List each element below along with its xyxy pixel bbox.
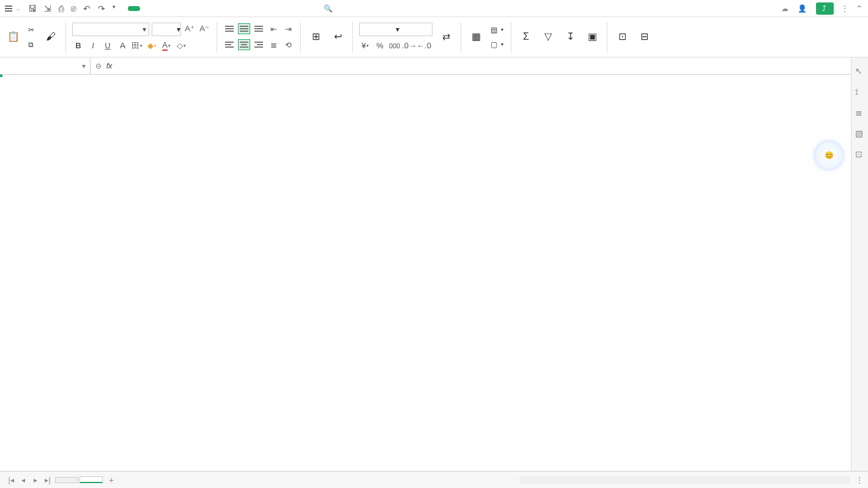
chevron-down-icon[interactable]: ▾ xyxy=(177,25,180,34)
undo-icon[interactable]: ↶ xyxy=(83,4,91,13)
cell-button[interactable]: ⊡ xyxy=(614,29,631,45)
font-size-input[interactable] xyxy=(152,25,177,34)
sort-button[interactable]: ↧ xyxy=(562,29,579,45)
filter-icon: ▽ xyxy=(542,31,554,43)
tab-formula[interactable] xyxy=(193,6,202,11)
tab-member[interactable] xyxy=(297,6,306,11)
font-size-combo[interactable]: ▾ xyxy=(152,23,181,36)
formula-input[interactable] xyxy=(117,62,868,70)
orientation-icon[interactable]: ⟲ xyxy=(282,39,294,51)
copy-button[interactable]: ⧉ xyxy=(27,39,37,50)
tab-review[interactable] xyxy=(234,6,244,11)
fill-color-icon[interactable]: ◆ xyxy=(146,40,158,52)
conditional-format-button[interactable]: ▦ xyxy=(467,29,484,45)
export-icon[interactable]: ⇲ xyxy=(44,4,51,13)
cancel-formula-icon[interactable]: ⊖ xyxy=(95,62,102,70)
rowcol-button[interactable]: ⊟ xyxy=(636,29,653,45)
rowcol-icon: ⊟ xyxy=(638,31,650,43)
highlight-icon[interactable]: ◇ xyxy=(175,40,187,52)
sheet-nav-last-icon[interactable]: ▸| xyxy=(42,476,54,484)
sum-button[interactable]: Σ xyxy=(517,29,535,45)
chevron-down-icon[interactable]: ▾ xyxy=(82,62,90,70)
increase-indent-icon[interactable]: ⇥ xyxy=(282,23,294,35)
cut-button[interactable]: ✂ xyxy=(27,24,37,35)
save-icon[interactable]: 🖫 xyxy=(28,4,37,13)
sheet-nav-next-icon[interactable]: ▸ xyxy=(29,476,42,484)
italic-icon[interactable]: I xyxy=(87,40,99,52)
merge-icon: ⊞ xyxy=(310,31,322,43)
add-sheet-icon[interactable]: + xyxy=(109,475,114,485)
align-top-icon[interactable] xyxy=(223,23,236,34)
horizontal-scrollbar[interactable] xyxy=(519,476,850,484)
fx-icon[interactable]: fx xyxy=(106,62,112,70)
tab-view[interactable] xyxy=(255,6,265,11)
decrease-font-icon[interactable]: A⁻ xyxy=(198,23,210,35)
align-right-icon[interactable] xyxy=(253,39,265,50)
align-left-icon[interactable] xyxy=(223,39,236,50)
underline-icon[interactable]: U xyxy=(102,40,114,52)
print-icon[interactable]: ⎙ xyxy=(59,4,64,13)
fill-button[interactable]: ▣ xyxy=(584,29,601,45)
currency-icon[interactable]: ¥ xyxy=(359,40,371,52)
number-format-combo[interactable]: ▾ xyxy=(359,23,432,36)
align-center-icon[interactable] xyxy=(238,39,250,50)
tab-dev-tools[interactable] xyxy=(276,6,286,11)
tab-page-layout[interactable] xyxy=(172,6,182,11)
strikethrough-icon[interactable]: A̶ xyxy=(116,40,128,52)
tab-insert[interactable] xyxy=(151,6,161,11)
percent-icon[interactable]: % xyxy=(374,40,386,52)
share-button[interactable]: ⤴ xyxy=(816,2,834,15)
collab-button[interactable]: 👤 xyxy=(798,4,809,13)
command-search[interactable]: 🔍 xyxy=(324,4,335,13)
align-middle-icon[interactable] xyxy=(238,23,250,34)
format-painter-button[interactable]: 🖌 xyxy=(42,29,59,45)
increase-font-icon[interactable]: A⁺ xyxy=(184,23,196,35)
tab-start[interactable] xyxy=(128,6,140,11)
sum-icon: Σ xyxy=(520,31,532,43)
border-icon[interactable]: 田 xyxy=(131,40,143,52)
comment-icon[interactable]: ⊡ xyxy=(855,149,865,159)
decrease-indent-icon[interactable]: ⇤ xyxy=(267,23,280,35)
cond-format-icon: ▦ xyxy=(470,31,482,43)
chevron-down-icon[interactable]: ▾ xyxy=(140,25,149,34)
select-tool-icon[interactable]: ↖ xyxy=(855,66,865,76)
sheet-tab-1[interactable] xyxy=(55,477,78,483)
collapse-ribbon-icon[interactable]: ⌃ xyxy=(856,4,863,13)
spreadsheet-grid[interactable] xyxy=(0,75,868,460)
qat-more-icon[interactable]: ▾ xyxy=(113,4,116,13)
paste-button[interactable]: 📋 xyxy=(5,29,22,45)
sheet-nav-first-icon[interactable]: |◂ xyxy=(5,476,17,484)
file-menu[interactable]: ⌵ xyxy=(5,6,20,12)
preview-icon[interactable]: ⎚ xyxy=(71,4,76,13)
decrease-decimal-icon[interactable]: ←.0 xyxy=(418,40,430,52)
type-convert-button[interactable]: ⇄ xyxy=(437,29,454,45)
more-options-icon[interactable]: ⋮ xyxy=(841,4,848,13)
cell-style-button[interactable]: ▢▾ xyxy=(489,39,505,50)
assistant-bubble[interactable]: 😊 xyxy=(815,142,842,169)
properties-icon[interactable]: ≣ xyxy=(855,108,865,117)
increase-decimal-icon[interactable]: .0→ xyxy=(403,40,415,52)
bold-icon[interactable]: B xyxy=(72,40,84,52)
settings-tool-icon[interactable]: ⟟ xyxy=(855,87,865,97)
justify-icon[interactable]: ≣ xyxy=(267,39,280,51)
filter-button[interactable]: ▽ xyxy=(540,29,557,45)
sheet-nav-prev-icon[interactable]: ◂ xyxy=(17,476,29,484)
redo-icon[interactable]: ↷ xyxy=(98,4,105,13)
font-name-input[interactable] xyxy=(73,25,140,34)
name-box[interactable]: ▾ xyxy=(0,57,91,74)
sheet-tabs-bar: |◂ ◂ ▸ ▸| + ⋮ xyxy=(0,471,868,488)
name-box-input[interactable] xyxy=(0,62,82,70)
tab-data[interactable] xyxy=(213,6,223,11)
font-color-icon[interactable]: A xyxy=(160,40,172,52)
wrap-text-button[interactable]: ↩ xyxy=(329,29,346,45)
sheet-options-icon[interactable]: ⋮ xyxy=(856,476,863,484)
sheet-tab-2[interactable] xyxy=(80,476,103,483)
cloud-status[interactable]: ☁ xyxy=(781,4,790,13)
align-bottom-icon[interactable] xyxy=(253,23,265,34)
image-tool-icon[interactable]: ▧ xyxy=(855,128,865,138)
font-name-combo[interactable]: ▾ xyxy=(72,23,149,36)
copy-icon: ⧉ xyxy=(28,40,34,49)
merge-center-button[interactable]: ⊞ xyxy=(307,29,324,45)
thousands-icon[interactable]: 000 xyxy=(388,40,401,52)
table-style-button[interactable]: ▤▾ xyxy=(489,24,505,35)
